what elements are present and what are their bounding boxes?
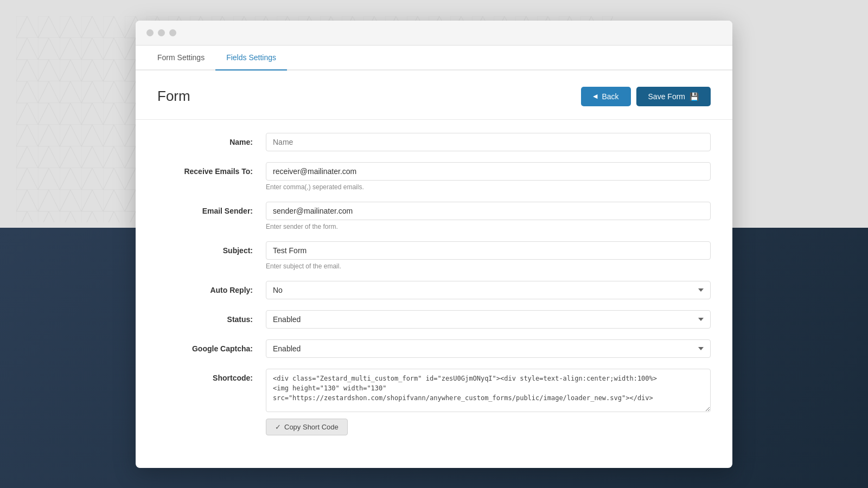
content-area: Form ◀ Back Save Form 💾 Name: Receiv [136, 70, 732, 468]
label-status: Status: [157, 310, 266, 324]
field-status: Enabled Disabled [266, 310, 711, 329]
label-name: Name: [157, 133, 266, 146]
input-subject[interactable] [266, 241, 711, 260]
hint-subject: Enter subject of the email. [266, 262, 711, 270]
main-window: Form Settings Fields Settings Form ◀ Bac… [136, 21, 732, 468]
form-row-auto-reply: Auto Reply: No Yes [157, 281, 711, 299]
header-row: Form ◀ Back Save Form 💾 [157, 87, 711, 106]
field-subject: Enter subject of the email. [266, 241, 711, 270]
titlebar-dot-3 [169, 29, 176, 36]
save-form-button[interactable]: Save Form 💾 [636, 87, 711, 106]
form-row-status: Status: Enabled Disabled [157, 310, 711, 329]
header-divider [136, 119, 732, 120]
save-icon: 💾 [690, 92, 699, 101]
label-google-captcha: Google Captcha: [157, 339, 266, 353]
back-button[interactable]: ◀ Back [581, 87, 630, 106]
select-auto-reply[interactable]: No Yes [266, 281, 711, 299]
titlebar-dot-1 [146, 29, 154, 36]
titlebar [136, 21, 732, 46]
back-button-label: Back [602, 92, 618, 101]
select-status[interactable]: Enabled Disabled [266, 310, 711, 329]
label-shortcode: Shortcode: [157, 369, 266, 382]
form-row-subject: Subject: Enter subject of the email. [157, 241, 711, 270]
field-name [266, 133, 711, 151]
save-button-label: Save Form [648, 92, 685, 101]
form-row-email-sender: Email Sender: Enter sender of the form. [157, 202, 711, 230]
tabbar: Form Settings Fields Settings [136, 46, 732, 70]
tab-form-settings[interactable]: Form Settings [146, 46, 215, 70]
input-receive-emails[interactable] [266, 162, 711, 181]
field-receive-emails: Enter comma(,) seperated emails. [266, 162, 711, 191]
form-row-name: Name: [157, 133, 711, 151]
page-title: Form [157, 88, 190, 105]
select-google-captcha[interactable]: Enabled Disabled [266, 339, 711, 358]
label-auto-reply: Auto Reply: [157, 281, 266, 294]
field-auto-reply: No Yes [266, 281, 711, 299]
label-email-sender: Email Sender: [157, 202, 266, 215]
input-email-sender[interactable] [266, 202, 711, 220]
form-row-receive-emails: Receive Emails To: Enter comma(,) sepera… [157, 162, 711, 191]
copy-shortcode-button[interactable]: Copy Short Code [266, 419, 348, 435]
textarea-shortcode[interactable]: <div class="Zestard_multi_custom_form" i… [266, 369, 711, 412]
header-buttons: ◀ Back Save Form 💾 [581, 87, 711, 106]
copy-button-label: Copy Short Code [284, 423, 339, 431]
field-shortcode: <div class="Zestard_multi_custom_form" i… [266, 369, 711, 435]
input-name[interactable] [266, 133, 711, 151]
form-row-shortcode: Shortcode: <div class="Zestard_multi_cus… [157, 369, 711, 435]
back-arrow-icon: ◀ [593, 93, 597, 100]
hint-receive-emails: Enter comma(,) seperated emails. [266, 183, 711, 191]
field-email-sender: Enter sender of the form. [266, 202, 711, 230]
tab-fields-settings[interactable]: Fields Settings [215, 46, 287, 70]
hint-email-sender: Enter sender of the form. [266, 223, 711, 230]
field-google-captcha: Enabled Disabled [266, 339, 711, 358]
titlebar-dot-2 [158, 29, 165, 36]
label-receive-emails: Receive Emails To: [157, 162, 266, 176]
label-subject: Subject: [157, 241, 266, 255]
form-row-google-captcha: Google Captcha: Enabled Disabled [157, 339, 711, 358]
